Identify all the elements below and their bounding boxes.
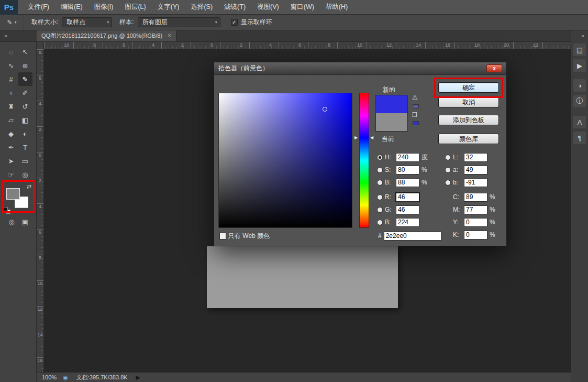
ruler-label: 6	[37, 76, 43, 81]
b-input[interactable]	[396, 178, 419, 187]
spot-healing-brush-tool-button[interactable]: +	[4, 86, 18, 100]
paragraph-panel-icon[interactable]: ¶	[573, 132, 586, 144]
current-color-swatch[interactable]	[376, 113, 407, 131]
h-label: H:	[385, 154, 394, 161]
menu-file[interactable]: 文件(F)	[22, 0, 55, 15]
foreground-color-swatch[interactable]	[6, 188, 20, 200]
crop-tool-button[interactable]: #	[4, 72, 18, 86]
h-radio[interactable]	[377, 155, 383, 160]
adjustments-panel-icon[interactable]: ◑	[573, 79, 586, 92]
g-radio[interactable]	[377, 207, 383, 213]
hue-slider-arrow-right[interactable]: ◀	[370, 135, 373, 140]
close-tab-icon[interactable]: ×	[168, 32, 171, 39]
lab-b-radio[interactable]	[445, 180, 451, 185]
hue-slider-arrow-left[interactable]: ▶	[354, 135, 358, 140]
menu-window[interactable]: 窗口(W)	[285, 0, 320, 15]
ok-button[interactable]: 确定	[438, 82, 499, 93]
add-to-swatches-button[interactable]: 添加到色板	[438, 115, 499, 125]
s-input[interactable]	[396, 166, 419, 174]
color-libraries-button[interactable]: 颜色库	[438, 134, 499, 144]
menu-view[interactable]: 视图(V)	[251, 0, 285, 15]
s-radio[interactable]	[377, 167, 383, 173]
g-input[interactable]	[396, 205, 419, 214]
show-sampling-ring-checkbox[interactable]: ✓	[231, 19, 238, 26]
path-selection-tool-button[interactable]: ➤	[4, 154, 18, 168]
color-field-marker[interactable]	[323, 107, 327, 112]
sample-dropdown[interactable]: 所有图层 ▾	[138, 17, 220, 27]
status-badge-icon: ◉	[63, 374, 76, 381]
menu-select[interactable]: 选择(S)	[185, 0, 218, 15]
history-brush-tool-button[interactable]: ↺	[18, 100, 32, 113]
swap-colors-icon[interactable]: ⇄	[27, 183, 31, 190]
quick-selection-tool-button[interactable]: ⊛	[18, 59, 32, 72]
web-safe-cube-icon[interactable]: ❒	[412, 112, 417, 118]
default-colors-icon[interactable]	[3, 207, 13, 215]
dialog-titlebar[interactable]: 拾色器（前景色） x	[214, 62, 506, 75]
actions-panel-icon[interactable]: ▶	[573, 59, 586, 72]
web-safe-preview-swatch[interactable]	[413, 121, 419, 125]
cancel-button[interactable]: 取消	[438, 97, 499, 107]
ruler-label: 20	[504, 42, 509, 48]
zoom-level[interactable]: 100%	[37, 374, 63, 380]
move-tool-button[interactable]: ↖	[18, 45, 32, 59]
dodge-tool-button[interactable]: ◐	[18, 127, 32, 140]
dialog-close-button[interactable]: x	[486, 64, 502, 72]
vertical-ruler[interactable]: 86420246810121416	[37, 49, 44, 372]
collapse-toolbar-icon[interactable]: «	[0, 32, 37, 41]
lab-b-input[interactable]	[464, 178, 487, 187]
brush-tool-button[interactable]: ✐	[18, 86, 32, 100]
sample-size-dropdown[interactable]: 取样点 ▾	[62, 17, 112, 27]
gamut-warning-icon[interactable]: ⚠	[412, 94, 418, 101]
menu-type[interactable]: 文字(Y)	[152, 0, 185, 15]
tool-preset-picker[interactable]: ✎ ▾	[0, 15, 24, 30]
l-input[interactable]	[464, 153, 487, 162]
hue-slider[interactable]	[359, 93, 369, 228]
zoom-tool-button[interactable]: ◎	[18, 168, 32, 181]
menu-layer[interactable]: 图层(L)	[119, 0, 151, 15]
quick-mask-button[interactable]: ◎	[8, 218, 14, 226]
type-tool-button[interactable]: T	[18, 140, 32, 154]
blur-tool-button[interactable]: ◆	[4, 127, 18, 140]
r-input[interactable]	[396, 193, 419, 202]
r-radio[interactable]	[377, 194, 383, 200]
gradient-tool-button[interactable]: ◧	[18, 113, 32, 127]
k-input[interactable]	[464, 231, 487, 239]
menu-help[interactable]: 帮助(H)	[320, 0, 353, 15]
menu-edit[interactable]: 编辑(E)	[55, 0, 88, 15]
b2-radio[interactable]	[377, 220, 383, 225]
info-panel-icon[interactable]: ⓘ	[573, 95, 586, 107]
ruler-label: 14	[37, 333, 43, 337]
hex-input[interactable]	[384, 232, 441, 241]
hand-tool-button[interactable]: ☞	[4, 168, 18, 181]
status-flyout-arrow[interactable]: ▶	[136, 374, 140, 381]
pen-tool-button[interactable]: ✒	[4, 140, 18, 154]
history-panel-icon[interactable]: ▤	[573, 43, 586, 56]
character-panel-icon[interactable]: A	[573, 116, 586, 128]
lasso-tool-button[interactable]: ∿	[4, 59, 18, 72]
y-input[interactable]	[464, 218, 487, 227]
saturation-brightness-field[interactable]	[218, 93, 352, 228]
c-input[interactable]	[464, 193, 487, 202]
clone-stamp-tool-button[interactable]: ♜	[4, 100, 18, 113]
screen-mode-button[interactable]: ▣	[22, 218, 28, 226]
l-radio[interactable]	[445, 155, 451, 160]
b2-input[interactable]	[396, 218, 419, 227]
r-label: R:	[385, 193, 394, 201]
document-tab[interactable]: QQ图片20181122100617.png @ 100%(RGB/8) ×	[37, 30, 176, 41]
elliptical-marquee-tool-button[interactable]: ◌	[4, 45, 18, 59]
h-input[interactable]	[396, 153, 419, 162]
eraser-tool-button[interactable]: ▱	[4, 113, 18, 127]
document-image[interactable]	[207, 246, 398, 308]
a-radio[interactable]	[445, 167, 451, 173]
m-input[interactable]	[464, 205, 487, 214]
expand-panels-icon[interactable]: «	[581, 30, 588, 43]
web-colors-checkbox[interactable]	[219, 233, 226, 239]
menu-filter[interactable]: 滤镜(T)	[218, 0, 251, 15]
menu-image[interactable]: 图像(I)	[88, 0, 119, 15]
eyedropper-tool-button[interactable]: ✎	[18, 72, 32, 86]
horizontal-ruler[interactable]: 1086420246810121416182022	[44, 42, 571, 49]
rectangle-tool-button[interactable]: ▭	[18, 154, 32, 168]
gamut-preview-swatch[interactable]	[413, 104, 419, 108]
a-input[interactable]	[464, 166, 487, 174]
b-radio[interactable]	[377, 180, 383, 185]
